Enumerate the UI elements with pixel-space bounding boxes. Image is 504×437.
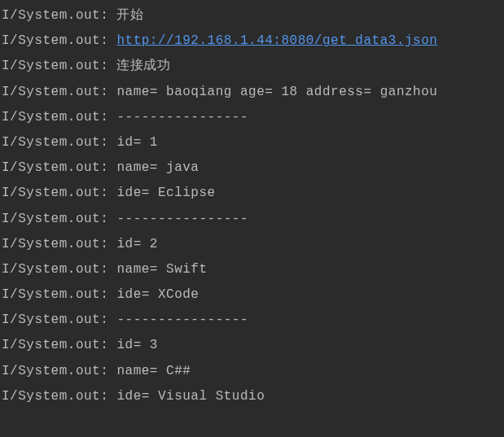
log-line: I/System.out: 开始 [2,3,502,28]
log-prefix: I/System.out: [2,135,116,150]
log-prefix: I/System.out: [2,312,116,327]
log-message: id= 3 [116,338,158,352]
log-prefix: I/System.out: [2,59,116,73]
log-line: I/System.out: ---------------- [2,105,502,130]
log-prefix: I/System.out: [2,212,116,226]
log-prefix: I/System.out: [2,85,116,99]
log-prefix: I/System.out: [2,338,116,352]
log-message: 开始 [116,8,143,23]
log-message: ---------------- [116,110,248,125]
log-message: 连接成功 [116,59,170,73]
log-line: I/System.out: ide= Eclipse [2,181,502,206]
log-prefix: I/System.out: [2,287,116,302]
log-message: id= 2 [116,237,158,251]
log-message: id= 1 [116,135,158,150]
log-prefix: I/System.out: [2,262,116,277]
log-prefix: I/System.out: [2,160,116,175]
log-prefix: I/System.out: [2,33,116,48]
log-message: ---------------- [116,312,248,327]
log-message: name= baoqiang age= 18 address= ganzhou [116,85,437,99]
log-message: ide= Eclipse [116,186,215,200]
log-line: I/System.out: ide= Visual Studio [2,384,502,409]
log-line: I/System.out: name= java [2,155,502,181]
log-message: name= C## [116,364,191,378]
log-line: I/System.out: 连接成功 [2,54,502,79]
log-line: I/System.out: name= Swift [2,257,502,282]
log-line: I/System.out: id= 2 [2,232,502,257]
log-message: name= Swift [116,262,207,277]
log-line: I/System.out: ---------------- [2,308,502,333]
log-prefix: I/System.out: [2,8,116,23]
log-prefix: I/System.out: [2,389,116,404]
log-line: I/System.out: name= baoqiang age= 18 add… [2,80,502,105]
log-line: I/System.out: id= 3 [2,333,502,358]
log-prefix: I/System.out: [2,110,116,125]
log-line: I/System.out: http://192.168.1.44:8080/g… [2,28,502,54]
log-prefix: I/System.out: [2,186,116,200]
log-prefix: I/System.out: [2,237,116,251]
log-line: I/System.out: name= C## [2,359,502,384]
log-url-link[interactable]: http://192.168.1.44:8080/get_data3.json [116,33,437,48]
log-message: ---------------- [116,212,248,226]
log-output: I/System.out: 开始I/System.out: http://192… [2,3,502,409]
log-message: ide= XCode [116,287,199,302]
log-line: I/System.out: ---------------- [2,207,502,232]
log-message: name= java [116,160,199,175]
log-prefix: I/System.out: [2,364,116,378]
log-message: ide= Visual Studio [116,389,265,404]
log-line: I/System.out: id= 1 [2,130,502,155]
log-line: I/System.out: ide= XCode [2,282,502,308]
